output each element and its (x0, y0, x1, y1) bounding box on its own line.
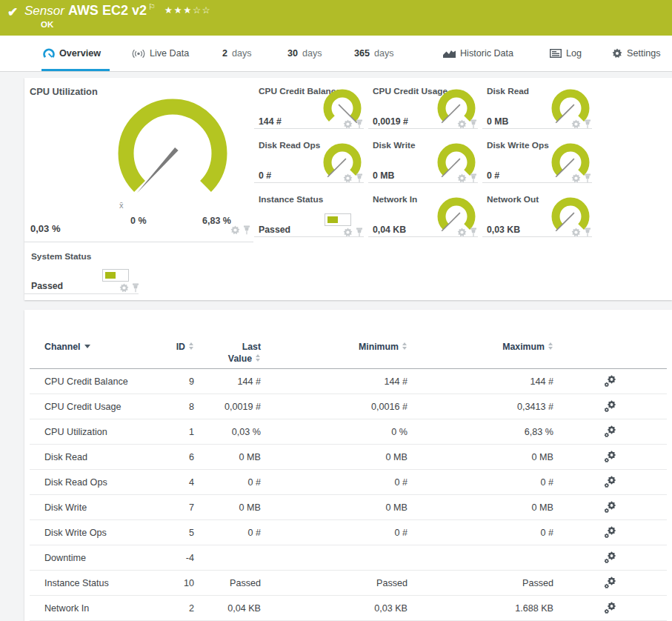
cell-channel-name[interactable]: Disk Write (44, 502, 156, 513)
status-ok-check-icon: ✔ (7, 4, 18, 20)
channel-settings-gear-icon[interactable] (604, 501, 616, 514)
tab-settings[interactable]: Settings (612, 36, 661, 71)
gauge-cell-disk-read[interactable]: Disk Read 0 MB (482, 83, 592, 137)
channel-settings-gear-icon[interactable] (604, 425, 616, 438)
gear-icon[interactable] (230, 225, 240, 235)
channel-settings-gear-icon[interactable] (604, 375, 616, 388)
sort-icon (188, 342, 194, 351)
priority-stars[interactable]: ★★★☆☆ (164, 5, 212, 16)
gauge-cell-cpu-credit-usage[interactable]: CPU Credit Usage 0,0019 # (368, 83, 478, 137)
table-row-cpu-credit-balance[interactable]: CPU Credit Balance9144 #144 #144 # (30, 369, 667, 394)
channel-settings-gear-icon[interactable] (604, 400, 616, 413)
cell-actions[interactable] (553, 526, 667, 539)
cell-actions[interactable] (457, 119, 477, 132)
sensor-status-text: OK (41, 20, 211, 29)
table-row-disk-read-ops[interactable]: Disk Read Ops40 #0 #0 # (30, 470, 667, 495)
cell-actions[interactable] (343, 227, 363, 240)
pin-icon[interactable] (132, 283, 139, 293)
tab-live-data[interactable]: Live Data (132, 36, 189, 71)
cell-actions[interactable] (457, 173, 477, 186)
flag-icon[interactable]: ⚐ (148, 2, 156, 11)
gauge-title: Disk Read (487, 86, 529, 96)
cell-actions[interactable] (553, 602, 667, 614)
channel-settings-gear-icon[interactable] (604, 476, 616, 488)
table-row-network-in[interactable]: Network In20,04 KB0,03 KB1.688 KB (30, 596, 667, 621)
cell-actions[interactable] (343, 173, 363, 186)
cell-maximum: 0,3413 # (407, 402, 553, 412)
gauge-cell-disk-read-ops[interactable]: Disk Read Ops 0 # (254, 137, 364, 191)
cell-maximum: 0 MB (407, 502, 553, 513)
cell-channel-name[interactable]: Network In (44, 603, 156, 614)
channel-settings-gear-icon[interactable] (604, 526, 616, 539)
tab-2-days[interactable]: 2days (222, 36, 252, 71)
gauge-needle (137, 147, 179, 193)
cell-minimum: 0 MB (261, 452, 407, 462)
cell-actions[interactable] (230, 225, 250, 238)
pin-icon[interactable] (243, 225, 250, 235)
cell-channel-name[interactable]: Disk Read Ops (44, 477, 156, 488)
tab-30-days[interactable]: 30days (287, 36, 322, 71)
gear-icon[interactable] (119, 283, 129, 293)
gauge-title: Disk Write Ops (487, 140, 549, 150)
cell-maximum: 6,83 % (407, 427, 553, 437)
column-header-last-value[interactable]: LastValue (194, 341, 261, 365)
table-row-instance-status[interactable]: Instance Status10PassedPassedPassed (30, 571, 667, 596)
table-row-disk-write-ops[interactable]: Disk Write Ops50 #0 #0 # (30, 520, 667, 545)
column-header-minimum[interactable]: Minimum (261, 341, 407, 353)
gauge-cell-instance-status[interactable]: Instance StatusPassed (254, 191, 364, 245)
cell-actions[interactable] (553, 400, 667, 413)
cell-minimum: 0 # (261, 528, 407, 538)
cell-actions[interactable] (571, 173, 591, 186)
cell-channel-name[interactable]: Instance Status (44, 578, 156, 588)
cell-actions[interactable] (553, 501, 667, 514)
cell-channel-name[interactable]: Disk Read (44, 452, 156, 462)
cell-actions[interactable] (553, 476, 667, 488)
column-header-channel[interactable]: Channel (44, 341, 156, 353)
cell-last-value: 0 # (194, 477, 261, 488)
gauge-value: 0 # (259, 170, 271, 181)
column-header-maximum[interactable]: Maximum (407, 341, 553, 353)
cell-actions[interactable] (571, 119, 591, 132)
channel-settings-gear-icon[interactable] (604, 577, 616, 589)
gauge-value: 0 MB (487, 116, 508, 127)
tab-log[interactable]: Log (550, 36, 582, 71)
cell-last-value: 144 # (194, 376, 261, 387)
main-gauge-value: 0,03 % (30, 223, 60, 234)
column-header-id[interactable]: ID (156, 341, 194, 353)
cell-actions[interactable] (553, 577, 667, 589)
cell-channel-name[interactable]: Downtime (44, 553, 156, 563)
table-row-cpu-credit-usage[interactable]: CPU Credit Usage80,0019 #0,0016 #0,3413 … (30, 394, 667, 419)
gauge-cell-network-in[interactable]: Network In 0,04 KB (368, 191, 478, 245)
cell-id: -4 (156, 553, 194, 563)
sort-icon (548, 342, 553, 351)
table-row-disk-write[interactable]: Disk Write70 MB0 MB0 MB (30, 495, 667, 520)
table-row-cpu-utilization[interactable]: CPU Utilization10,03 %0 %6,83 % (30, 419, 667, 445)
tab-365-days[interactable]: 365days (354, 36, 394, 71)
tab-overview[interactable]: Overview (43, 36, 101, 71)
cell-channel-name[interactable]: Disk Write Ops (44, 528, 156, 538)
channel-settings-gear-icon[interactable] (604, 451, 616, 463)
gauge-cell-disk-write[interactable]: Disk Write 0 MB (368, 137, 478, 191)
main-gauge-title: CPU Utilization (30, 86, 98, 97)
cell-actions[interactable] (553, 551, 667, 564)
cell-channel-name[interactable]: CPU Credit Balance (44, 376, 156, 387)
table-row-downtime[interactable]: Downtime-4 (30, 545, 667, 571)
tab-historic-data[interactable]: Historic Data (443, 36, 513, 71)
cell-channel-name[interactable]: CPU Credit Usage (44, 402, 156, 412)
channel-settings-gear-icon[interactable] (604, 551, 616, 564)
table-row-disk-read[interactable]: Disk Read60 MB0 MB0 MB (30, 445, 667, 470)
cell-actions[interactable] (571, 227, 591, 240)
cell-minimum: 0 MB (261, 502, 407, 513)
gauge-cell-disk-write-ops[interactable]: Disk Write Ops 0 # (482, 137, 592, 191)
cell-actions[interactable] (553, 375, 667, 388)
cell-actions[interactable] (457, 227, 477, 240)
sort-icon (402, 342, 407, 351)
channel-settings-gear-icon[interactable] (604, 602, 616, 614)
gauge-cell-cpu-credit-balance[interactable]: CPU Credit Balance 144 # (254, 83, 364, 137)
gauge-cell-network-out[interactable]: Network Out 0,03 KB (482, 191, 592, 245)
cell-maximum: 0 # (407, 528, 553, 538)
cell-channel-name[interactable]: CPU Utilization (44, 427, 156, 437)
cell-actions[interactable] (553, 425, 667, 438)
cell-actions[interactable] (553, 451, 667, 463)
cell-actions[interactable] (343, 119, 363, 132)
